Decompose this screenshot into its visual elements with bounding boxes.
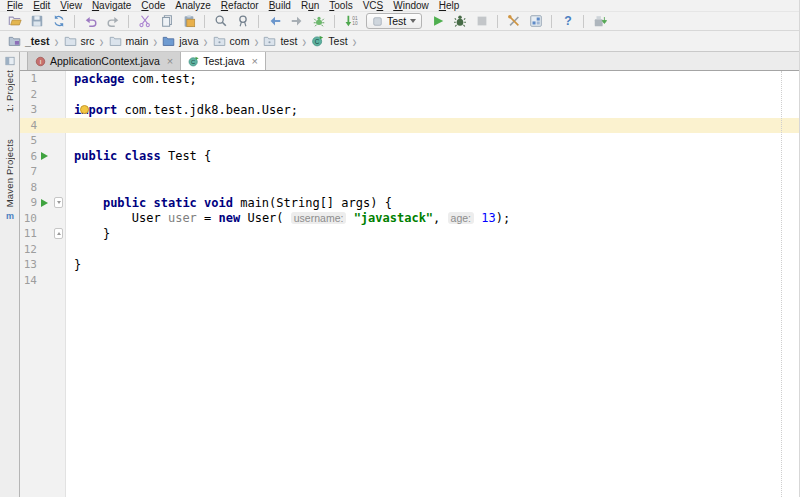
fold-slot (52, 197, 65, 208)
install-plugin-button[interactable] (589, 12, 610, 30)
project-folder-icon (8, 35, 21, 47)
main-toolbar: 0110Test? (0, 11, 799, 31)
code-text[interactable]: } (66, 226, 799, 242)
code-text[interactable]: import com.test.jdk8.bean.User; (66, 102, 799, 118)
menu-item-navigate[interactable]: Navigate (87, 0, 136, 11)
breadcrumb-separator-icon: › (153, 31, 157, 51)
paste-button[interactable] (178, 12, 199, 30)
code-text[interactable] (66, 180, 799, 196)
optimize-imports-button[interactable]: 0110 (340, 12, 361, 30)
editor-tab-applicationcontext-java[interactable]: IApplicationContext.java× (27, 52, 181, 70)
code-text[interactable] (66, 164, 799, 180)
tool-window-stripe: 1: ProjectMaven Projectsm (0, 52, 20, 497)
menu-item-tools[interactable]: Tools (324, 0, 357, 11)
breadcrumb-item-java[interactable]: java (161, 35, 199, 47)
run-triangle-icon[interactable] (41, 199, 48, 207)
code-line-2[interactable]: 2 (20, 87, 799, 103)
menu-item-analyze[interactable]: Analyze (170, 0, 216, 11)
run-triangle-icon[interactable] (41, 152, 48, 160)
code-line-6[interactable]: 6public class Test { (20, 149, 799, 165)
code-text[interactable] (66, 133, 799, 149)
code-text[interactable] (66, 242, 799, 258)
menu-item-refactor[interactable]: Refactor (216, 0, 264, 11)
forward-button[interactable] (286, 12, 307, 30)
menu-item-build[interactable]: Build (264, 0, 296, 11)
breadcrumb-item-main[interactable]: main (108, 35, 150, 47)
project-structure-button[interactable] (525, 12, 546, 30)
breadcrumb-label: test (280, 35, 297, 47)
menu-item-help[interactable]: Help (434, 0, 465, 11)
menu-item-file[interactable]: File (2, 0, 28, 11)
copy-button[interactable] (156, 12, 177, 30)
back-button[interactable] (264, 12, 285, 30)
redo-button[interactable] (102, 12, 123, 30)
code-text[interactable]: public static void main(String[] args) { (66, 195, 799, 211)
save-all-button[interactable] (26, 12, 47, 30)
optimize-imports-icon: 0110 (344, 14, 358, 28)
settings-wrench-icon (507, 14, 521, 28)
synchronize-button[interactable] (48, 12, 69, 30)
code-line-5[interactable]: 5 (20, 133, 799, 149)
code-line-14[interactable]: 14 (20, 273, 799, 289)
find-button[interactable] (210, 12, 231, 30)
editor-tab-test-java[interactable]: CTest.java× (181, 52, 266, 70)
code-text[interactable]: package com.test; (66, 71, 799, 87)
code-line-7[interactable]: 7 (20, 164, 799, 180)
breadcrumb-item-src[interactable]: src (63, 35, 96, 47)
code-line-8[interactable]: 8 (20, 180, 799, 196)
cut-button[interactable] (134, 12, 155, 30)
breadcrumb-item-_test[interactable]: _test (7, 35, 51, 47)
breadcrumb-item-com[interactable]: com (212, 35, 251, 47)
run-line-marker[interactable] (37, 199, 52, 207)
run-configuration-select[interactable]: Test (366, 13, 422, 29)
code-line-4[interactable]: 4 (20, 118, 799, 134)
tab-close-icon[interactable]: × (252, 56, 258, 66)
code-line-13[interactable]: 13} (20, 257, 799, 273)
toolbar-separator (497, 15, 498, 28)
code-editor[interactable]: 1package com.test;23import com.test.jdk8… (20, 71, 799, 497)
menu-item-view[interactable]: View (55, 0, 87, 11)
tool-window-button-1-project[interactable]: 1: Project (4, 55, 16, 112)
code-token: public static void (103, 196, 233, 210)
open-folder-button[interactable] (4, 12, 25, 30)
svg-text:C: C (191, 58, 195, 64)
code-line-3[interactable]: 3import com.test.jdk8.bean.User; (20, 102, 799, 118)
tool-window-button-maven-projects[interactable]: Maven Projectsm (4, 139, 16, 222)
debug-button[interactable] (449, 12, 470, 30)
editor-scrollbar[interactable] (781, 71, 782, 497)
menu-item-vcs[interactable]: VCS (358, 0, 389, 11)
jump-bug-button[interactable] (308, 12, 329, 30)
menu-item-code[interactable]: Code (136, 0, 170, 11)
fold-start-marker[interactable] (54, 197, 63, 208)
tab-close-icon[interactable]: × (167, 56, 173, 66)
interface-icon: I (35, 56, 46, 67)
code-text[interactable] (66, 87, 799, 103)
replace-button[interactable] (232, 12, 253, 30)
stop-icon (475, 14, 489, 28)
gutter-cell: 6 (20, 149, 66, 165)
settings-wrench-button[interactable] (503, 12, 524, 30)
undo-button[interactable] (80, 12, 101, 30)
code-line-11[interactable]: 11 } (20, 226, 799, 242)
code-line-9[interactable]: 9 public static void main(String[] args)… (20, 195, 799, 211)
code-text[interactable]: User user = new User( username: "javasta… (66, 211, 799, 227)
code-line-10[interactable]: 10 User user = new User( username: "java… (20, 211, 799, 227)
breadcrumb-item-test[interactable]: CTest (310, 35, 348, 47)
code-text[interactable] (66, 118, 799, 134)
fold-end-marker[interactable] (54, 228, 63, 239)
code-line-12[interactable]: 12 (20, 242, 799, 258)
menu-item-run[interactable]: Run (296, 0, 324, 11)
code-text[interactable] (66, 273, 799, 289)
code-text[interactable]: public class Test { (66, 149, 799, 165)
run-line-marker[interactable] (37, 152, 52, 160)
run-button[interactable] (427, 12, 448, 30)
intention-bulb-icon[interactable] (80, 105, 89, 114)
code-text[interactable]: } (66, 257, 799, 273)
menu-item-window[interactable]: Window (388, 0, 434, 11)
code-line-1[interactable]: 1package com.test; (20, 71, 799, 87)
stop-button[interactable] (471, 12, 492, 30)
help-button[interactable]: ? (557, 12, 578, 30)
menu-item-edit[interactable]: Edit (28, 0, 55, 11)
breadcrumb-item-test[interactable]: test (262, 35, 298, 47)
parameter-hint: username: (291, 212, 347, 224)
